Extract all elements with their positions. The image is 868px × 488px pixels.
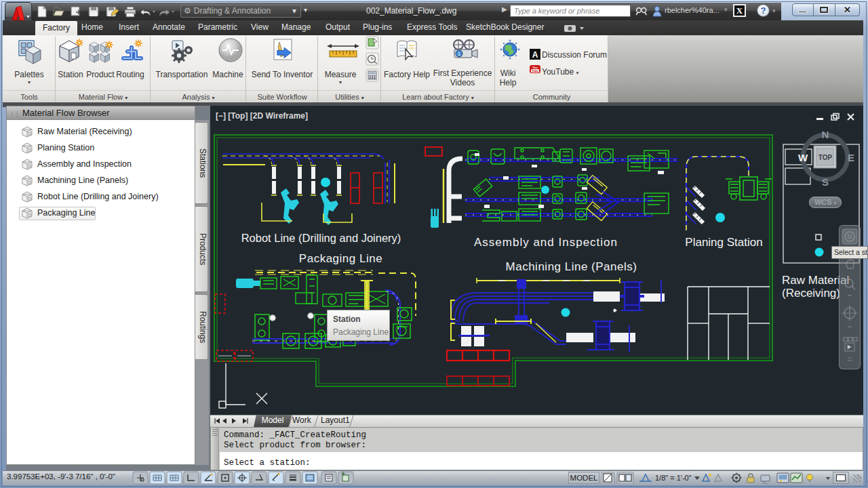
svg-text:S: S bbox=[822, 176, 829, 188]
svg-text:N: N bbox=[822, 129, 829, 140]
svg-text:A: A bbox=[532, 50, 538, 60]
svg-text:1: 1 bbox=[458, 52, 460, 56]
svg-text:1/8" = 1'-0": 1/8" = 1'-0" bbox=[655, 474, 692, 482]
svg-text:W: W bbox=[798, 152, 808, 163]
svg-text:TOP: TOP bbox=[818, 154, 833, 161]
svg-text:E: E bbox=[848, 152, 854, 163]
